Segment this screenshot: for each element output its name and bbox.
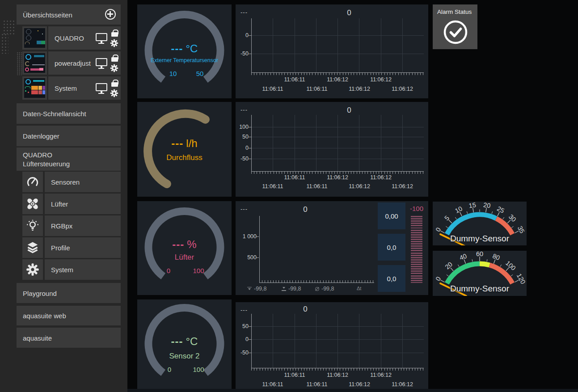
gauge-value: ---%	[137, 238, 232, 251]
add-page-icon[interactable]	[105, 9, 116, 20]
sidebar-item-datenlogger[interactable]: Datenlogger	[17, 126, 121, 146]
page-settings-gear-icon[interactable]	[110, 39, 118, 47]
x-tick: 11:06:12	[363, 174, 399, 181]
sidebar-page-poweradjust[interactable]: poweradjust	[48, 51, 121, 75]
x-axis-ticks	[259, 280, 375, 282]
sidebar-item-lufter[interactable]: Lüfter	[45, 194, 121, 214]
bulb-icon[interactable]	[22, 215, 43, 236]
layers-icon[interactable]	[22, 237, 43, 258]
lock-icon[interactable]	[111, 57, 118, 62]
plot-area	[259, 216, 374, 283]
sensoren-gauge-icon[interactable]	[22, 172, 43, 192]
svg-text:20: 20	[483, 202, 491, 209]
sidebar: Übersichtsseiten QUADRO	[0, 0, 127, 392]
item-label-line1: QUADRO	[23, 151, 121, 160]
plot-area	[251, 314, 424, 368]
stat-maximum: -99,8	[247, 286, 267, 292]
show-on-monitor-icon[interactable]	[96, 83, 107, 91]
item-label: Sensoren	[51, 178, 80, 186]
stat-value: -99,8	[321, 286, 334, 292]
decor-dots	[3, 20, 14, 35]
sidebar-item-profile[interactable]: Profile	[45, 237, 121, 258]
page-thumbnail-poweradjust[interactable]	[22, 51, 47, 75]
minimum-icon	[282, 287, 286, 291]
fan-icon[interactable]	[22, 194, 43, 214]
stat-value: -99,8	[288, 286, 301, 292]
sidebar-header-overview-pages: Übersichtsseiten	[17, 4, 121, 25]
x-tick: 11:06:11	[277, 76, 312, 83]
plot-area	[251, 115, 424, 172]
gauge-value: ---l/h	[137, 137, 232, 150]
x-tick: 11:06:11	[277, 372, 312, 378]
gauge-min: 0	[160, 366, 178, 373]
x-tick: 11:06:12	[363, 372, 399, 378]
sidebar-item-rgbpx[interactable]: RGBpx	[45, 215, 121, 236]
x-tick: 11:06:12	[320, 372, 355, 378]
sidebar-item-system-settings[interactable]: System	[45, 259, 121, 280]
page-thumbnail-system[interactable]	[22, 76, 47, 100]
x-tick: 11:06:11	[255, 86, 291, 92]
sidebar-page-quadro[interactable]: QUADRO	[48, 26, 121, 50]
chart-current-value: ---	[240, 9, 248, 16]
sidebar-item-quadro-luftersteuerung[interactable]: QUADRO Lüftersteuerung	[17, 148, 121, 171]
vertical-level-meter	[411, 216, 422, 283]
dial-label: Dummy-Sensor	[433, 284, 527, 294]
page-label: poweradjust	[55, 59, 91, 67]
svg-text:25: 25	[496, 205, 506, 215]
page-settings-gear-icon[interactable]	[110, 64, 118, 72]
sidebar-item-aquasuite-web[interactable]: aquasuite web	[17, 306, 121, 325]
svg-text:120: 120	[515, 272, 527, 285]
gauge-label: Lüfter	[137, 253, 232, 262]
x-tick: 11:06:11	[299, 86, 335, 92]
dial-label: Dummy-Sensor	[433, 234, 527, 244]
svg-text:100: 100	[504, 259, 517, 272]
x-tick: 11:06:12	[384, 381, 420, 388]
lock-icon[interactable]	[111, 82, 118, 87]
chart-widget-sensor-2: --- 0 50 0 -50 11:06:11 11:06:12 11:06:1…	[236, 302, 428, 391]
x-axis-ticks	[251, 73, 424, 75]
gauge-widget-lufter: ---% Lüfter 0 100	[137, 201, 232, 295]
plot-area	[251, 18, 424, 73]
gauge-value: ---°C	[137, 335, 232, 348]
drag-handle-dots[interactable]	[17, 52, 22, 75]
gauge-widget-sensor-2: ---°C Sensor 2 0 100	[137, 299, 232, 391]
item-label: RGBpx	[51, 222, 72, 230]
page-settings-gear-icon[interactable]	[110, 89, 118, 97]
value-box: 0,0	[378, 234, 405, 261]
sidebar-item-playground[interactable]: Playground	[17, 283, 121, 303]
svg-text:35: 35	[516, 225, 526, 235]
svg-text:40: 40	[459, 252, 468, 261]
stat-delta-t: Δt	[357, 286, 363, 291]
x-tick: 11:06:11	[299, 381, 335, 388]
maximum-icon	[247, 287, 252, 291]
page-thumbnail-quadro[interactable]	[22, 26, 47, 50]
y-tick: 50	[236, 134, 249, 140]
y-tick: 1 000	[236, 233, 257, 240]
gauge-max: 100	[190, 366, 207, 373]
average-icon	[315, 287, 319, 291]
y-tick: 0	[236, 336, 249, 342]
page-label: System	[55, 84, 77, 92]
sidebar-item-sensoren[interactable]: Sensoren	[45, 172, 121, 192]
gear-icon[interactable]	[22, 259, 43, 280]
dial-widget-dummy-sensor-2: 020406080100120 Dummy-Sensor	[433, 251, 527, 296]
decor-dots	[1, 33, 8, 54]
show-on-monitor-icon[interactable]	[96, 33, 107, 41]
item-label: Profile	[51, 244, 70, 252]
chart-widget-externer-temperatursensor: --- 0 0 -50 11:06:11 11:06:12 11:06:12 1…	[236, 4, 428, 98]
stat-average: -99,8	[315, 286, 334, 292]
sidebar-item-daten-schnellansicht[interactable]: Daten-Schnellansicht	[17, 103, 121, 124]
page-label: QUADRO	[55, 34, 84, 42]
x-tick: 11:06:12	[320, 76, 355, 83]
sidebar-item-aquasuite[interactable]: aquasuite	[17, 328, 121, 348]
item-label: aquasuite	[23, 334, 52, 341]
item-label: Daten-Schnellansicht	[23, 110, 86, 118]
x-tick: 11:06:12	[384, 86, 420, 92]
show-on-monitor-icon[interactable]	[96, 58, 107, 66]
sidebar-page-system[interactable]: System	[48, 76, 121, 100]
gauge-label: Externer Temperatursensor	[137, 57, 232, 63]
thumbnail-image	[24, 78, 45, 98]
overview-pages-title: Übersichtsseiten	[23, 11, 72, 18]
svg-text:15: 15	[468, 202, 477, 209]
lock-icon[interactable]	[111, 32, 118, 37]
